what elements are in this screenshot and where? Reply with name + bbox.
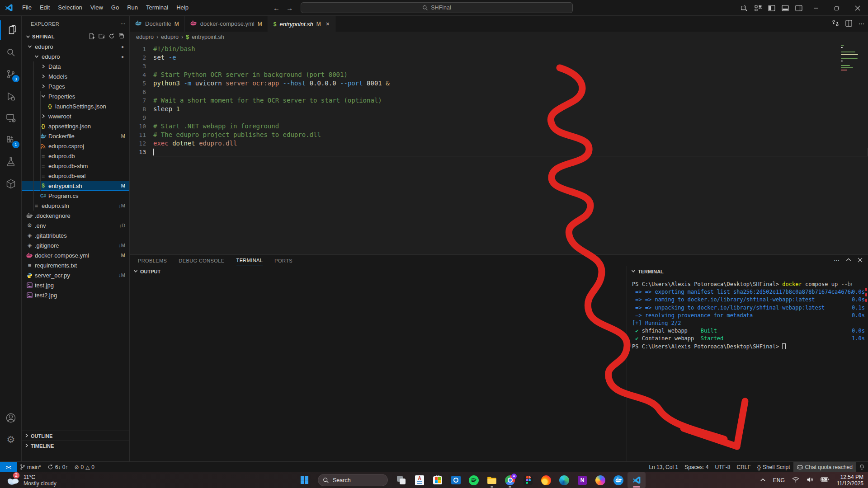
taskbar-app-firefox[interactable] [537,472,555,488]
panel-tab-ports[interactable]: PORTS [274,255,292,266]
taskbar-app-store[interactable] [429,472,447,488]
taskbar-app-outlook[interactable] [447,472,465,488]
breadcrumb[interactable]: edupro › edupro › $ entrypoint.sh [130,32,868,42]
indentation[interactable]: Spaces: 4 [681,462,712,472]
activity-settings-gear-icon[interactable]: ⚙ [0,430,22,450]
explorer-more-icon[interactable]: ⋯ [121,21,126,27]
tree-item--gitignore[interactable]: ◈.gitignore↓M [22,240,129,250]
menu-file[interactable]: File [18,2,36,13]
tree-item-models[interactable]: Models [22,71,129,81]
refresh-icon[interactable] [108,33,115,40]
tree-item-pages[interactable]: Pages [22,81,129,91]
volume-icon[interactable] [807,477,813,484]
toggle-sidebar-icon[interactable] [765,2,778,14]
tab-dockerfile[interactable]: DockerfileM [130,16,185,32]
chat-quota-item[interactable]: Chat quota reached [793,462,856,472]
tab-entrypoint-sh[interactable]: $entrypoint.shM× [268,16,335,32]
tree-item-edupro-db[interactable]: ≡edupro.db [22,151,129,161]
panel-tab-problems[interactable]: PROBLEMS [138,255,167,266]
activity-containers-icon[interactable] [0,174,22,194]
activity-search-icon[interactable] [0,42,22,62]
window-restore-button[interactable] [826,0,847,16]
nav-back-icon[interactable]: ← [273,4,280,12]
taskbar-search[interactable]: Search [318,474,388,486]
taskbar-clock[interactable]: 12:54 PM11/12/2025 [837,474,863,487]
terminal-section[interactable]: TERMINAL PS C:\Users\Alexis Potoroaca\De… [627,266,868,462]
weather-widget[interactable]: 2 11°CMostly cloudy [6,474,57,487]
tree-item-data[interactable]: Data [22,61,129,71]
panel-tab-debug-console[interactable]: DEBUG CONSOLE [179,255,224,266]
remote-indicator[interactable]: >< [0,462,17,473]
problems-item[interactable]: ⊘0 △0 [71,462,98,472]
chevron-down-icon[interactable] [133,269,138,274]
activity-account-icon[interactable] [0,408,22,428]
tree-item--dockerignore[interactable]: .dockerignore [22,211,129,221]
start-button[interactable] [296,472,312,488]
taskbar-app-taskview[interactable] [392,472,410,488]
nav-forward-icon[interactable]: → [286,4,293,12]
tree-item-requirements-txt[interactable]: ≡requirements.txt [22,260,129,270]
code-editor[interactable]: 1#!/bin/bash2set -e34# Start Python OCR … [130,42,868,254]
taskbar-app-spotify[interactable] [465,472,483,488]
activity-explorer-icon[interactable] [0,20,22,40]
taskbar-app-vscode[interactable] [627,472,646,488]
tree-item-program-cs[interactable]: C#Program.cs [22,191,129,201]
tree-item-server-ocr-py[interactable]: server_ocr.py↓M [22,270,129,280]
tree-item--env[interactable]: ⚙.env↓D [22,221,129,230]
window-close-button[interactable] [847,0,868,16]
tab-docker-compose-yml[interactable]: docker-compose.ymlM [185,16,268,32]
copilot-chat-icon[interactable] [738,2,751,14]
tree-item-wwwroot[interactable]: wwwroot [22,111,129,121]
panel-more-icon[interactable]: ⋯ [834,257,840,264]
tree-item-appsettings-json[interactable]: {}appsettings.json [22,121,129,131]
window-minimize-button[interactable] [806,0,826,16]
wifi-icon[interactable] [792,477,799,484]
chevron-down-icon[interactable] [631,269,636,274]
toggle-secondary-sidebar-icon[interactable] [792,2,806,14]
activity-source-control-icon[interactable]: 3 [0,64,22,84]
branch-item[interactable]: main* [17,462,44,472]
encoding[interactable]: UTF-8 [712,462,734,472]
taskbar-app-edge[interactable] [555,472,573,488]
minimap[interactable] [841,45,861,74]
project-root-row[interactable]: SHFINAL [22,32,129,42]
activity-remote-explorer-icon[interactable] [0,108,22,128]
sync-item[interactable]: 6↓ 0↑ [44,462,71,472]
tree-item-edupro-db-shm[interactable]: ≡edupro.db-shm [22,161,129,171]
panel-tab-terminal[interactable]: TERMINAL [236,255,263,266]
activity-extensions-icon[interactable]: 1 [0,130,22,150]
tree-item-edupro-sln[interactable]: ≡edupro.sln↓M [22,201,129,211]
new-file-icon[interactable] [89,33,95,40]
new-folder-icon[interactable] [99,33,105,40]
tray-expand-icon[interactable] [760,477,766,483]
panel-close-icon[interactable] [858,257,863,264]
menu-terminal[interactable]: Terminal [142,2,172,13]
breadcrumb-folder[interactable]: edupro [136,34,154,40]
outline-section[interactable]: OUTLINE [22,431,130,441]
menu-run[interactable]: Run [123,2,142,13]
breadcrumb-folder[interactable]: edupro [161,34,179,40]
input-language[interactable]: ENG [773,477,785,483]
taskbar-app-onenote[interactable]: N [573,472,591,488]
tree-item-edupro[interactable]: edupro● [22,52,129,61]
battery-icon[interactable] [821,477,830,483]
panel-maximize-icon[interactable] [846,257,851,264]
command-center-search[interactable]: SHFinal [301,2,573,13]
menu-go[interactable]: Go [107,2,123,13]
taskbar-app-chrome[interactable]: A [501,472,519,488]
tree-item-launchsettings-json[interactable]: {}launchSettings.json [22,101,129,111]
toggle-panel-icon[interactable] [778,2,792,14]
tree-item-edupro-csproj[interactable]: edupro.csproj [22,141,129,151]
menu-selection[interactable]: Selection [54,2,86,13]
breadcrumb-file[interactable]: entrypoint.sh [192,34,224,40]
timeline-section[interactable]: TIMELINE [22,441,130,450]
split-editor-icon[interactable] [845,20,852,28]
tree-item-test2-jpg[interactable]: test2.jpg [22,290,129,300]
tree-item-edupro[interactable]: edupro● [22,42,129,52]
tree-item-test-jpg[interactable]: test.jpg [22,280,129,290]
taskbar-app-figma[interactable] [519,472,537,488]
eol-sequence[interactable]: CRLF [734,462,754,472]
menu-help[interactable]: Help [172,2,193,13]
tree-item-properties[interactable]: Properties [22,91,129,101]
tree-item-edupro-db-wal[interactable]: ≡edupro.db-wal [22,171,129,181]
